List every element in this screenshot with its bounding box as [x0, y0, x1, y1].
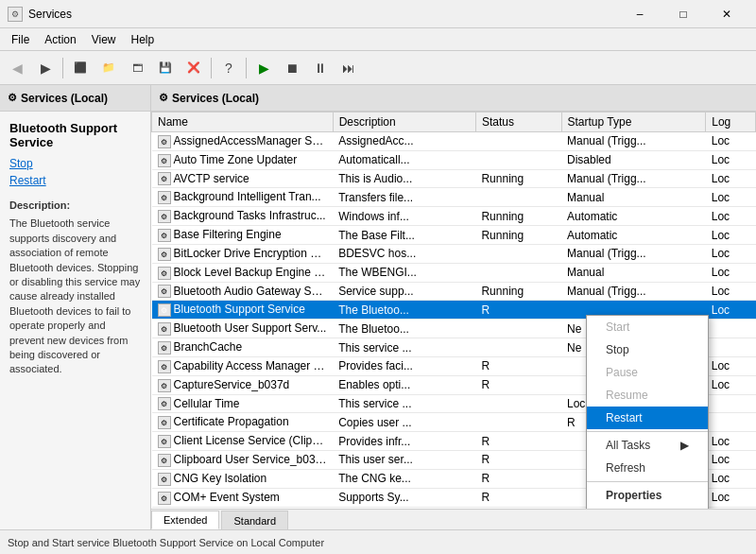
service-log-cell: Loc [706, 244, 756, 263]
back-button[interactable]: ◀ [4, 55, 30, 81]
right-panel-icon: ⚙ [159, 92, 168, 104]
service-status-cell: R [475, 469, 561, 488]
service-startup-cell: Manual (Trigg... [561, 244, 706, 263]
menu-file[interactable]: File [4, 31, 37, 48]
table-row[interactable]: ⚙AVCTP service This is Audio... Running … [152, 169, 756, 188]
map-drive-button[interactable]: 💾 [152, 55, 179, 81]
service-status-cell [475, 132, 561, 151]
service-desc-cell: Supports Sy... [333, 488, 475, 507]
service-desc-cell: Copies user ... [333, 413, 475, 432]
forward-button[interactable]: ▶ [32, 55, 59, 81]
maximize-button[interactable]: □ [662, 0, 705, 28]
service-desc-cell: The Base Filt... [333, 226, 475, 245]
app-icon: ⚙ [8, 7, 23, 22]
col-log[interactable]: Log [706, 113, 756, 132]
service-log-cell [706, 394, 756, 413]
context-menu-separator [587, 481, 708, 482]
disconnect-button[interactable]: ❌ [180, 55, 207, 81]
menu-view[interactable]: View [84, 31, 124, 48]
close-button[interactable]: ✕ [705, 0, 748, 28]
context-menu-item-all-tasks[interactable]: All Tasks▶ [587, 434, 708, 457]
service-icon: ⚙ [158, 303, 171, 317]
service-log-cell: Loc [706, 488, 756, 507]
service-icon: ⚙ [158, 341, 171, 355]
service-name-cell: ⚙Bluetooth Support Service [152, 301, 334, 320]
service-icon: ⚙ [158, 248, 171, 261]
service-status-cell: R [475, 301, 561, 320]
service-log-cell: Loc [706, 150, 756, 169]
service-name-cell: ⚙Certificate Propagation [152, 413, 334, 432]
main-area: ⚙ Services (Local) Bluetooth Support Ser… [0, 85, 756, 529]
service-log-cell: Loc [706, 451, 756, 470]
table-row[interactable]: ⚙Background Tasks Infrastruc... Windows … [152, 207, 756, 226]
table-row[interactable]: ⚙BitLocker Drive Encryption S... BDESVC … [152, 244, 756, 263]
pause-service-button[interactable]: ⏸ [307, 55, 334, 81]
col-status[interactable]: Status [475, 113, 561, 132]
service-log-cell [706, 320, 756, 338]
service-icon: ⚙ [158, 379, 171, 392]
service-status-cell: R [475, 451, 561, 470]
context-menu-item-refresh[interactable]: Refresh [587, 457, 708, 479]
service-description-text: The Bluetooth service supports discovery… [9, 216, 141, 376]
service-icon: ⚙ [158, 454, 171, 467]
table-row[interactable]: ⚙Auto Time Zone Updater Automaticall... … [152, 150, 756, 169]
context-menu-item-help[interactable]: Help [587, 507, 708, 509]
show-hide-button[interactable]: ⬛ [67, 55, 94, 81]
col-description[interactable]: Description [333, 113, 475, 132]
menu-action[interactable]: Action [37, 31, 83, 48]
service-desc-cell: The Bluetoo... [333, 320, 475, 338]
service-icon: ⚙ [158, 492, 171, 505]
service-name-cell: ⚙Capability Access Manager S... [152, 356, 334, 375]
service-desc-cell: Transfers file... [333, 188, 475, 207]
menu-help[interactable]: Help [124, 31, 163, 48]
context-menu-item-restart[interactable]: Restart [587, 407, 708, 429]
table-row[interactable]: ⚙Base Filtering Engine The Base Filt... … [152, 226, 756, 245]
service-name-cell: ⚙Base Filtering Engine [152, 226, 334, 245]
table-row[interactable]: ⚙AssignedAccessManager Ser... AssignedAc… [152, 132, 756, 151]
context-menu-item-properties[interactable]: Properties [587, 484, 708, 507]
service-icon: ⚙ [158, 154, 171, 167]
service-log-cell [706, 338, 756, 357]
left-panel-title: Services (Local) [21, 92, 108, 105]
help-button[interactable]: ? [215, 55, 242, 81]
right-panel: ⚙ Services (Local) Name Description Stat… [151, 85, 756, 529]
service-desc-cell: Automaticall... [333, 150, 475, 169]
services-table-scroll[interactable]: Name Description Status Startup Type Log… [151, 112, 756, 509]
service-desc-cell: Manages th... [333, 507, 475, 509]
service-status-cell [475, 188, 561, 207]
service-log-cell: Loc [706, 432, 756, 451]
col-name[interactable]: Name [152, 113, 334, 132]
service-name-cell: ⚙CaptureService_b037d [152, 375, 334, 394]
folder-up-button[interactable]: 📁 [95, 55, 122, 81]
service-name-cell: ⚙Block Level Backup Engine St... [152, 263, 334, 282]
service-name-cell: ⚙BitLocker Drive Encryption S... [152, 244, 334, 263]
minimize-button[interactable]: – [618, 0, 662, 28]
tab-standard[interactable]: Standard [221, 511, 288, 529]
table-row[interactable]: ⚙Background Intelligent Tran... Transfer… [152, 188, 756, 207]
service-name-cell: ⚙COM+ System Application [152, 507, 334, 509]
service-name-cell: ⚙Client License Service (ClipSV... [152, 432, 334, 451]
service-status-cell: Running [475, 226, 561, 245]
start-service-button[interactable]: ▶ [250, 55, 277, 81]
service-icon: ⚙ [158, 210, 171, 223]
restart-service-link[interactable]: Restart [9, 174, 141, 187]
service-name-cell: ⚙Cellular Time [152, 394, 334, 413]
context-menu-item-stop[interactable]: Stop [587, 338, 708, 361]
service-status-cell: Running [475, 169, 561, 188]
restart-service-button[interactable]: ⏭ [335, 55, 362, 81]
new-window-button[interactable]: 🗔 [124, 55, 150, 81]
tab-extended[interactable]: Extended [151, 511, 219, 529]
stop-service-button[interactable]: ⏹ [279, 55, 305, 81]
stop-service-link[interactable]: Stop [9, 157, 141, 170]
service-startup-cell: Manual [561, 188, 706, 207]
service-desc-cell: This service ... [333, 394, 475, 413]
table-row[interactable]: ⚙Bluetooth Audio Gateway Se... Service s… [152, 282, 756, 301]
left-panel-icon: ⚙ [8, 92, 17, 104]
table-row[interactable]: ⚙Block Level Backup Engine St... The WBE… [152, 263, 756, 282]
service-startup-cell: Manual [561, 263, 706, 282]
service-startup-cell: Manual (Trigg... [561, 282, 706, 301]
service-log-cell: Loc [706, 169, 756, 188]
service-log-cell: Loc [706, 356, 756, 375]
col-startup[interactable]: Startup Type [561, 113, 706, 132]
service-status-cell [475, 244, 561, 263]
